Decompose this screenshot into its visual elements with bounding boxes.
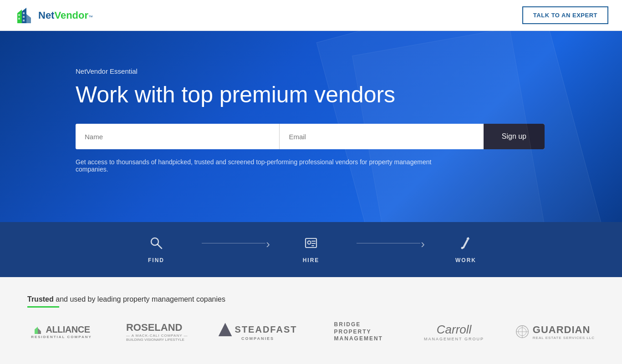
signup-button[interactable]: Sign up <box>484 124 545 149</box>
svg-marker-17 <box>38 328 41 334</box>
logo-vendor: Vendor <box>54 10 88 20</box>
hire-icon <box>304 236 318 253</box>
svg-marker-16 <box>35 327 38 334</box>
step-find-label: FIND <box>148 257 164 263</box>
trusted-title: Trusted and used by leading property man… <box>27 295 595 303</box>
logo-net: Net <box>38 10 54 20</box>
svg-point-11 <box>308 241 311 244</box>
trusted-title-rest: and used by leading property management … <box>54 295 225 303</box>
logos-row: ALLIANCE RESIDENTIAL COMPANY ROSELAND — … <box>27 321 595 343</box>
svg-rect-4 <box>18 18 20 20</box>
roseland-logo: ROSELAND — A MACK-CALI COMPANY — BUILDIN… <box>123 322 191 342</box>
svg-rect-5 <box>23 12 25 14</box>
step-arrow-1 <box>202 243 265 243</box>
talk-to-expert-button[interactable]: TALK TO AN EXPERT <box>522 6 608 24</box>
logo-icon <box>14 5 35 26</box>
steps-bar: FIND HIRE WORK <box>0 222 622 277</box>
guardian-logo: GUARDIAN REAL ESTATE SERVICES LLC <box>515 324 595 340</box>
step-work-label: WORK <box>455 257 476 263</box>
trusted-section: Trusted and used by leading property man… <box>0 277 622 364</box>
hero-caption: Get access to thounsands of handpicked, … <box>76 158 440 173</box>
steadfast-icon <box>219 323 232 336</box>
svg-marker-0 <box>17 10 22 23</box>
logo-text-container: Net Vendor ™ <box>38 10 93 20</box>
step-hire: HIRE <box>284 236 338 263</box>
hero-section: NetVendor Essential Work with top premiu… <box>0 31 622 222</box>
signup-form: Sign up <box>76 124 545 149</box>
step-work: WORK <box>438 236 493 263</box>
svg-point-15 <box>461 247 464 249</box>
step-find: FIND <box>129 236 184 263</box>
header: Net Vendor ™ TALK TO AN EXPERT <box>0 0 622 31</box>
work-icon <box>459 236 473 253</box>
logo-trademark: ™ <box>88 15 93 20</box>
name-input[interactable] <box>76 124 279 149</box>
alliance-logo: ALLIANCE RESIDENTIAL COMPANY <box>27 324 96 339</box>
steadfast-logo: STEADFAST COMPANIES <box>219 323 297 341</box>
svg-line-9 <box>158 244 162 248</box>
hero-subtitle: NetVendor Essential <box>76 67 622 75</box>
email-input[interactable] <box>280 124 483 149</box>
guardian-icon <box>515 325 529 339</box>
bridge-logo: BRIDGEPROPERTYMANAGEMENT <box>324 321 393 343</box>
trusted-underline <box>27 306 59 308</box>
trusted-title-bold: Trusted <box>27 295 54 303</box>
hero-title: Work with top premium vendors <box>76 82 440 107</box>
svg-rect-6 <box>23 16 25 18</box>
svg-rect-3 <box>18 14 20 16</box>
alliance-icon <box>33 325 43 335</box>
step-arrow-2 <box>357 243 420 243</box>
step-hire-label: HIRE <box>303 257 320 263</box>
find-icon <box>149 236 163 253</box>
logo: Net Vendor ™ <box>14 5 93 26</box>
carroll-logo: Carroll MANAGEMENT GROUP <box>420 323 488 341</box>
svg-marker-2 <box>26 14 31 23</box>
svg-rect-7 <box>23 20 25 21</box>
